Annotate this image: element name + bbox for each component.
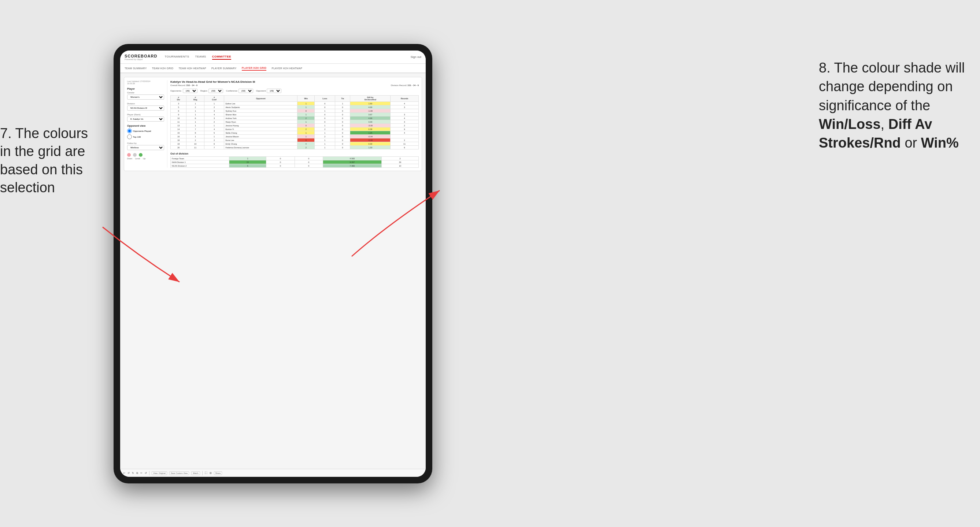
main-table: #Div #Reg #Conf Opponent Win Loss Tie Di… bbox=[170, 95, 419, 149]
record-row: Overall Record: 353 - 34 - 6 Division Re… bbox=[170, 84, 419, 86]
filter-opponents-select[interactable]: (All) bbox=[183, 89, 197, 93]
table-row: 20117 Federica Domecq Lacroze 2 1 0 1.33… bbox=[171, 146, 419, 149]
gender-label: Gender bbox=[127, 92, 164, 94]
refresh-icon[interactable]: ↺ bbox=[145, 472, 147, 475]
toolbar-divider-2 bbox=[202, 471, 203, 475]
nav-item-teams[interactable]: TEAMS bbox=[195, 54, 206, 60]
radio-top-100[interactable]: Top 100 bbox=[127, 134, 164, 139]
table-row: 19106 Emily Chang 4 1 0 0.30 11 bbox=[171, 142, 419, 146]
colour-by-label: Colour by bbox=[127, 142, 164, 144]
division-group: Division NCAA Division III bbox=[127, 103, 164, 111]
th-loss: Loss bbox=[315, 95, 335, 102]
table-row: 522 Alexis Sudjianto 1 0 0 4.00 3 bbox=[171, 105, 419, 109]
filter-opponent-label: Opponent bbox=[256, 90, 266, 92]
legend-dot-up bbox=[139, 153, 143, 157]
tablet-frame: SCOREBOARD Powered by clippd TOURNAMENTS… bbox=[114, 44, 432, 483]
filter-conference-select[interactable]: (All) bbox=[239, 89, 253, 93]
th-tie: Tie bbox=[335, 95, 350, 102]
colour-by-select[interactable]: Win/loss bbox=[127, 145, 164, 150]
logo-title: SCOREBOARD bbox=[124, 54, 157, 58]
nav-item-committee[interactable]: COMMITTEE bbox=[212, 54, 232, 60]
filter-opponent-select[interactable]: (All) bbox=[267, 89, 282, 93]
division-select[interactable]: NCAA Division III bbox=[127, 105, 164, 111]
nav-item-tournaments[interactable]: TOURNAMENTS bbox=[164, 54, 189, 60]
legend-label-down: Down bbox=[127, 157, 132, 160]
colour-by-group: Colour by Win/loss bbox=[127, 142, 164, 150]
sub-nav-team-h2h-grid[interactable]: TEAM H2H GRID bbox=[152, 66, 173, 70]
legend-dots bbox=[127, 153, 164, 157]
main-content: Last Updated: 27/03/2024 16:55:38 Player… bbox=[120, 73, 426, 469]
annotation-right: 8. The colour shade will change dependin… bbox=[819, 59, 973, 152]
gender-group: Gender Women's bbox=[127, 92, 164, 100]
legend-dot-down bbox=[127, 153, 131, 157]
filters-row: Opponents: (All) Region (All) bbox=[170, 89, 419, 93]
gender-select[interactable]: Women's bbox=[127, 94, 164, 100]
sub-nav-player-summary[interactable]: PLAYER SUMMARY bbox=[212, 66, 237, 70]
th-rounds: Rounds bbox=[391, 95, 419, 102]
sub-nav-team-summary[interactable]: TEAM SUMMARY bbox=[124, 66, 147, 70]
table-row: 1063 Andrea York 2 0 0 4.00 4 bbox=[171, 116, 419, 120]
th-opponent: Opponent bbox=[224, 95, 298, 102]
table-row: 914 Sharon Mun 1 0 0 3.67 3 bbox=[171, 113, 419, 116]
legend-label-up: Up bbox=[143, 157, 145, 160]
sub-nav-player-h2h-grid[interactable]: PLAYER H2H GRID bbox=[242, 66, 267, 71]
th-div: #Div bbox=[171, 95, 186, 102]
table-row: NAIA Division 1 15 0 0 9.267 30 bbox=[171, 160, 419, 164]
legend-dot-level bbox=[133, 153, 137, 157]
division-label: Division bbox=[127, 103, 164, 105]
grid-title: Katelyn Vo Head-to-Head Grid for Women's… bbox=[170, 80, 419, 84]
table-row: 613 Sydney Kuo 0 1 0 -1.00 bbox=[171, 109, 419, 113]
th-conf: #Conf bbox=[204, 95, 224, 102]
nav-bar: SCOREBOARD Powered by clippd TOURNAMENTS… bbox=[120, 51, 426, 64]
annotation-left: 7. The colours in the grid are based on … bbox=[0, 124, 103, 197]
filter-region-label: Region bbox=[200, 90, 207, 92]
undo-icon[interactable]: ↩ bbox=[123, 472, 125, 475]
out-of-division-table: Foreign Team 1 0 0 4.500 2 NAIA Division… bbox=[170, 156, 419, 168]
th-win: Win bbox=[297, 95, 315, 102]
copy-icon[interactable]: ⧉ bbox=[136, 472, 138, 475]
table-row: 1611 Jessica Mason 1 2 0 -0.94 bbox=[171, 135, 419, 138]
opponent-view-section: Opponent view Opponents Played Top 100 bbox=[127, 124, 164, 139]
view-original-btn[interactable]: View: Original bbox=[152, 471, 167, 475]
radio-group: Opponents Played Top 100 bbox=[127, 129, 164, 139]
sub-nav-player-h2h-heatmap[interactable]: PLAYER H2H HEATMAP bbox=[272, 66, 302, 70]
logo-area: SCOREBOARD Powered by clippd bbox=[124, 54, 157, 60]
filter-opponents: Opponents: (All) bbox=[170, 89, 197, 93]
radio-opponents-played[interactable]: Opponents Played bbox=[127, 129, 164, 133]
th-diff: Diff AvStrokes/Rnd bbox=[350, 95, 391, 102]
left-panel: Last Updated: 27/03/2024 16:55:38 Player… bbox=[127, 80, 167, 168]
expand-icon[interactable]: ⛶ bbox=[205, 472, 207, 474]
table-row: 1585 Stella Cheng 1 1 0 1.25 4 bbox=[171, 131, 419, 135]
redo-left-icon[interactable]: ↺ bbox=[127, 472, 130, 475]
table-row: Foreign Team 1 0 0 4.500 2 bbox=[171, 157, 419, 160]
sub-nav-team-h2h-heatmap[interactable]: TEAM H2H HEATMAP bbox=[178, 66, 206, 70]
table-row: 311 Esther Lee 1 0 1 1.50 4 bbox=[171, 102, 419, 105]
share-btn[interactable]: Share bbox=[214, 471, 223, 475]
table-row: NCAA Division 2 5 0 0 7.400 10 bbox=[171, 164, 419, 168]
scissors-icon[interactable]: ✂ bbox=[140, 472, 143, 475]
sign-out-link[interactable]: Sign out bbox=[411, 55, 421, 59]
player-rank-label: Player (Rank) bbox=[127, 114, 164, 116]
nav-items: TOURNAMENTS TEAMS COMMITTEE bbox=[164, 54, 410, 60]
table-row: 1822 Euna Lee 0 1 0 -5.00 2 bbox=[171, 138, 419, 142]
player-rank-group: Player (Rank) 8. Katelyn Vo bbox=[127, 114, 164, 122]
filter-opponents-label: Opponents: bbox=[170, 90, 182, 92]
th-reg: #Reg bbox=[186, 95, 204, 102]
legend-labels: Down Level Up bbox=[127, 157, 164, 160]
right-content: Katelyn Vo Head-to-Head Grid for Women's… bbox=[170, 80, 419, 168]
grid-icon[interactable]: ⊞ bbox=[210, 472, 212, 475]
panel-container: Last Updated: 27/03/2024 16:55:38 Player… bbox=[124, 77, 422, 171]
tablet-screen: SCOREBOARD Powered by clippd TOURNAMENTS… bbox=[120, 51, 426, 477]
out-of-division-header: Out of division bbox=[170, 152, 419, 155]
table-row: 1474 Eunice Yi 2 2 0 0.38 9 bbox=[171, 127, 419, 131]
last-updated: Last Updated: 27/03/2024 16:55:38 bbox=[127, 80, 164, 84]
legend-label-level: Level bbox=[135, 157, 140, 160]
colour-legend: Down Level Up bbox=[127, 153, 164, 160]
watch-btn[interactable]: Watch bbox=[191, 471, 200, 475]
player-rank-select[interactable]: 8. Katelyn Vo bbox=[127, 116, 164, 122]
filter-region-select[interactable]: (All) bbox=[208, 89, 223, 93]
table-row: 1112 Heejo Hyun 1 0 0 3.33 3 bbox=[171, 120, 419, 124]
redo-right-icon[interactable]: ↻ bbox=[132, 472, 134, 475]
opponent-view-title: Opponent view bbox=[127, 124, 164, 127]
save-custom-btn[interactable]: Save Custom View bbox=[169, 471, 189, 475]
